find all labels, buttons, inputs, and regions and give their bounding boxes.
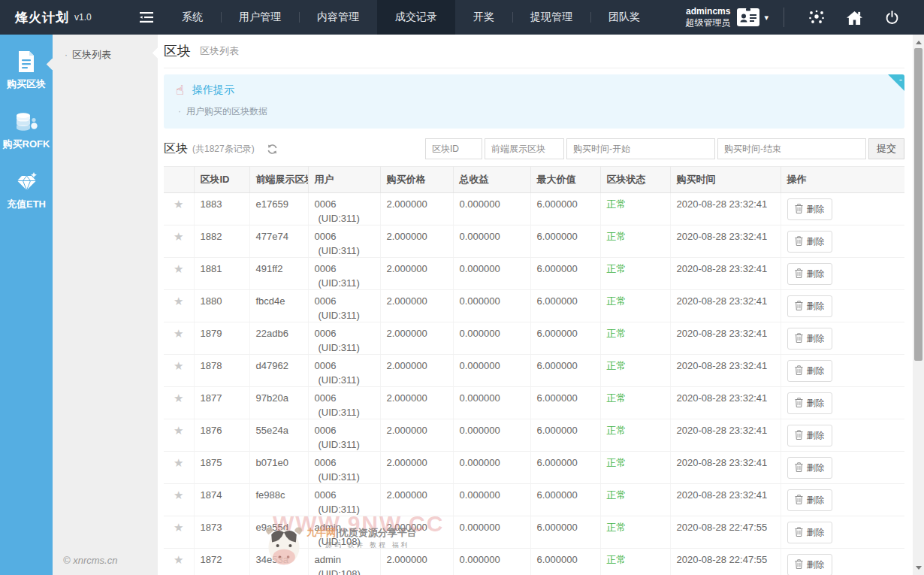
refresh-icon[interactable] xyxy=(267,144,278,155)
delete-button[interactable]: 删除 xyxy=(787,295,832,317)
sidebar-item[interactable]: 购买ROFK xyxy=(0,102,53,158)
nav-item[interactable]: 用户管理 xyxy=(221,0,299,35)
nav-item[interactable]: 成交记录 xyxy=(377,0,455,35)
minus-icon: - xyxy=(899,74,902,85)
star-icon[interactable]: ★ xyxy=(174,489,183,501)
column-header: 总收益 xyxy=(453,167,530,193)
chevron-down-icon[interactable]: ▾ xyxy=(764,13,768,23)
nav-item[interactable]: 开奖 xyxy=(455,0,512,35)
cell-user: 0006(UID:311) xyxy=(308,387,380,419)
delete-button[interactable]: 删除 xyxy=(787,198,832,220)
cell-actions: 删除 xyxy=(781,290,904,322)
delete-button[interactable]: 删除 xyxy=(787,231,832,253)
filter-input[interactable] xyxy=(566,138,715,159)
delete-button[interactable]: 删除 xyxy=(787,457,832,479)
filter-input[interactable] xyxy=(425,138,482,159)
cell-max-value: 6.000000 xyxy=(530,387,600,419)
filter-input[interactable] xyxy=(717,138,866,159)
dots-icon[interactable] xyxy=(808,9,826,26)
topbar-right: admincms 超级管理员 ▾ xyxy=(685,0,924,35)
trash-icon xyxy=(795,527,803,539)
cell-block-id: 1879 xyxy=(194,322,249,355)
trash-icon xyxy=(795,495,803,507)
status-badge: 正常 xyxy=(607,522,627,533)
sidebar-item[interactable]: 购买区块 xyxy=(0,42,53,98)
star-icon[interactable]: ★ xyxy=(174,198,183,210)
power-icon[interactable] xyxy=(883,9,901,26)
main-area: 购买区块购买ROFK充值ETH ·区块列表 © xnrcms.cn 区块 区块列… xyxy=(0,35,924,575)
star-icon[interactable]: ★ xyxy=(174,456,183,469)
column-header: 购买价格 xyxy=(380,167,453,193)
table-row: ★187797b20a0006(UID:311)2.0000000.000000… xyxy=(164,387,904,419)
nav-item[interactable]: 提现管理 xyxy=(512,0,590,35)
cell-price: 2.000000 xyxy=(380,484,453,516)
cell-user: 0006(UID:311) xyxy=(308,193,380,225)
user-card-icon[interactable] xyxy=(737,8,759,26)
sidebar-item[interactable]: 充值ETH xyxy=(0,162,53,218)
trash-icon xyxy=(795,365,803,377)
cell-purchase-time: 2020-08-28 22:47:55 xyxy=(670,549,781,575)
table-header-row: 区块ID前端展示区块ID用户购买价格总收益最大价值区块状态购买时间操作 xyxy=(164,167,904,193)
scrollbar[interactable] xyxy=(913,35,924,575)
submit-button[interactable]: 提交 xyxy=(868,138,904,159)
table-row: ★1880fbcd4e0006(UID:311)2.0000000.000000… xyxy=(164,290,904,322)
star-icon[interactable]: ★ xyxy=(174,295,183,307)
cell-display-id: 491ff2 xyxy=(249,258,308,290)
table-row: ★187234e53aadmin(UID:108)2.0000000.00000… xyxy=(164,549,904,575)
cell-purchase-time: 2020-08-28 23:32:41 xyxy=(670,387,781,419)
cell-price: 2.000000 xyxy=(380,419,453,452)
scroll-down-arrow[interactable] xyxy=(913,561,924,573)
star-icon[interactable]: ★ xyxy=(174,359,183,372)
nav-item[interactable]: 系统 xyxy=(164,0,221,35)
delete-button[interactable]: 删除 xyxy=(787,554,832,575)
cell-user: 0006(UID:311) xyxy=(308,258,380,290)
cell-profit: 0.000000 xyxy=(453,290,530,322)
trash-icon xyxy=(795,301,803,313)
column-header: 最大价值 xyxy=(530,167,600,193)
cell-profit: 0.000000 xyxy=(453,387,530,419)
sidebar-item-label: 充值ETH xyxy=(7,198,46,211)
star-icon[interactable]: ★ xyxy=(174,521,183,534)
trash-icon xyxy=(795,398,803,410)
delete-button[interactable]: 删除 xyxy=(787,360,832,382)
cell-profit: 0.000000 xyxy=(453,193,530,225)
delete-button[interactable]: 删除 xyxy=(787,489,832,511)
cell-block-id: 1881 xyxy=(194,258,249,290)
delete-button[interactable]: 删除 xyxy=(787,392,832,414)
star-icon[interactable]: ★ xyxy=(174,327,183,340)
filter-bar: 提交 xyxy=(425,138,904,159)
trash-icon xyxy=(795,268,803,280)
cell-actions: 删除 xyxy=(781,225,904,258)
nav-item[interactable]: 团队奖 xyxy=(590,0,658,35)
delete-button[interactable]: 删除 xyxy=(787,522,832,543)
cell-max-value: 6.000000 xyxy=(530,516,600,549)
star-icon[interactable]: ★ xyxy=(174,230,183,243)
delete-button[interactable]: 删除 xyxy=(787,263,832,285)
cell-user: 0006(UID:311) xyxy=(308,452,380,484)
scroll-up-arrow[interactable] xyxy=(913,36,924,48)
cell-status: 正常 xyxy=(600,355,670,387)
user-info[interactable]: admincms 超级管理员 xyxy=(685,6,730,29)
star-icon[interactable]: ★ xyxy=(174,553,183,566)
trash-icon xyxy=(795,204,803,216)
sidebar-toggle-icon[interactable] xyxy=(129,0,164,35)
trash-icon xyxy=(795,236,803,248)
home-icon[interactable] xyxy=(845,9,863,26)
tips-panel: ☝ 操作提示 ·用户购买的区块数据 - xyxy=(164,74,904,129)
delete-button[interactable]: 删除 xyxy=(787,328,832,350)
cell-max-value: 6.000000 xyxy=(530,225,600,258)
cell-display-id: b071e0 xyxy=(249,452,308,484)
star-icon[interactable]: ★ xyxy=(174,392,183,404)
delete-button[interactable]: 删除 xyxy=(787,425,832,446)
nav-item[interactable]: 内容管理 xyxy=(299,0,377,35)
star-icon[interactable]: ★ xyxy=(174,262,183,275)
cell-display-id: 55e24a xyxy=(249,419,308,452)
cell-user: 0006(UID:311) xyxy=(308,290,380,322)
filter-input[interactable] xyxy=(485,138,564,159)
scrollbar-thumb[interactable] xyxy=(914,48,922,361)
cell-status: 正常 xyxy=(600,258,670,290)
collapse-corner-button[interactable]: - xyxy=(888,74,904,91)
status-badge: 正常 xyxy=(607,392,627,404)
star-icon[interactable]: ★ xyxy=(174,424,183,437)
submenu-item[interactable]: ·区块列表 xyxy=(53,44,158,66)
